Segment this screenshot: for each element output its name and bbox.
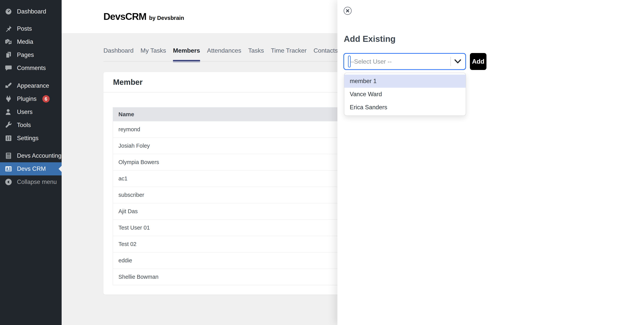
tab-tasks[interactable]: Tasks bbox=[248, 47, 264, 54]
sidebar-item-label: Devs CRM bbox=[17, 165, 46, 172]
dropdown-option-vance-ward[interactable]: Vance Ward bbox=[344, 88, 466, 101]
sidebar-item-plugins[interactable]: Plugins 6 bbox=[0, 92, 62, 105]
modal-title: Add Existing bbox=[344, 34, 396, 44]
tab-members-label: Members bbox=[173, 47, 200, 54]
devscrm-logo: DevsCRM by Devsbrain bbox=[104, 11, 184, 22]
tab-dashboard[interactable]: Dashboard bbox=[104, 47, 134, 54]
sidebar-item-label: Settings bbox=[17, 135, 38, 142]
sidebar-item-label: Users bbox=[17, 109, 32, 116]
sidebar-item-settings[interactable]: Settings bbox=[0, 132, 62, 145]
sidebar-item-media[interactable]: Media bbox=[0, 35, 62, 48]
circle-x-icon bbox=[343, 6, 352, 15]
select-placeholder: --Select User -- bbox=[350, 58, 392, 65]
sidebar-item-label: Collapse menu bbox=[17, 178, 57, 185]
sidebar-item-label: Media bbox=[17, 38, 33, 45]
dropdown-option-erica-sanders[interactable]: Erica Sanders bbox=[344, 101, 466, 114]
sidebar-item-label: Tools bbox=[17, 122, 31, 129]
sidebar-item-devs-crm[interactable]: Devs CRM bbox=[0, 162, 62, 175]
sidebar-item-tools[interactable]: Tools bbox=[0, 119, 62, 132]
collapse-menu-icon bbox=[4, 178, 13, 186]
pushpin-icon bbox=[4, 25, 13, 33]
dropdown-option-member-1[interactable]: member 1 bbox=[344, 75, 466, 88]
sidebar-item-posts[interactable]: Posts bbox=[0, 22, 62, 35]
comment-icon bbox=[4, 64, 13, 72]
sidebar-item-label: Dashboard bbox=[17, 8, 46, 15]
calculator-icon bbox=[4, 152, 13, 160]
admin-menu: Dashboard Posts Media Pages bbox=[0, 0, 62, 189]
select-user-combobox[interactable]: --Select User -- bbox=[344, 53, 466, 70]
sidebar-item-users[interactable]: Users bbox=[0, 105, 62, 119]
add-button[interactable]: Add bbox=[470, 53, 486, 70]
tab-members[interactable]: Members bbox=[173, 47, 200, 54]
sidebar-item-collapse-menu[interactable]: Collapse menu bbox=[0, 175, 62, 189]
chevron-down-icon[interactable] bbox=[454, 59, 462, 64]
tab-my-tasks[interactable]: My Tasks bbox=[140, 47, 166, 54]
add-existing-panel: Add Existing --Select User -- Add member… bbox=[338, 0, 644, 325]
sidebar-item-comments[interactable]: Comments bbox=[0, 62, 62, 75]
admin-sidebar: Dashboard Posts Media Pages bbox=[0, 0, 62, 325]
dashboard-icon bbox=[4, 7, 13, 16]
sidebar-item-dashboard[interactable]: Dashboard bbox=[0, 5, 62, 18]
sliders-icon bbox=[4, 134, 13, 142]
close-button[interactable] bbox=[343, 6, 352, 15]
tab-contacts[interactable]: Contacts bbox=[314, 47, 338, 54]
tab-attendances[interactable]: Attendances bbox=[207, 47, 241, 54]
pages-icon bbox=[4, 51, 13, 59]
logo-text: DevsCRM bbox=[104, 11, 146, 22]
user-dropdown-list: member 1 Vance Ward Erica Sanders bbox=[344, 73, 466, 116]
select-divider bbox=[450, 57, 451, 66]
wrench-icon bbox=[4, 121, 13, 129]
wordpress-admin-page: Dashboard Posts Media Pages bbox=[0, 0, 644, 325]
sidebar-item-label: Comments bbox=[17, 65, 46, 72]
sidebar-item-label: Pages bbox=[17, 52, 34, 58]
tab-time-tracker[interactable]: Time Tracker bbox=[271, 47, 307, 54]
sidebar-item-label: Devs Accounting bbox=[17, 152, 62, 159]
sidebar-item-devs-accounting[interactable]: Devs Accounting bbox=[0, 149, 62, 162]
media-icon bbox=[4, 38, 13, 46]
plug-icon bbox=[4, 95, 13, 103]
sidebar-item-appearance[interactable]: Appearance bbox=[0, 79, 62, 92]
users-icon bbox=[4, 108, 13, 116]
sidebar-item-label: Posts bbox=[17, 25, 32, 32]
brush-icon bbox=[4, 82, 13, 90]
plugins-update-badge: 6 bbox=[42, 95, 50, 103]
sidebar-item-label: Plugins bbox=[17, 95, 36, 102]
id-card-icon bbox=[4, 165, 13, 173]
active-item-arrow bbox=[56, 166, 62, 172]
sidebar-item-pages[interactable]: Pages bbox=[0, 48, 62, 62]
logo-byline: by Devsbrain bbox=[149, 15, 184, 21]
sidebar-item-label: Appearance bbox=[17, 82, 49, 89]
